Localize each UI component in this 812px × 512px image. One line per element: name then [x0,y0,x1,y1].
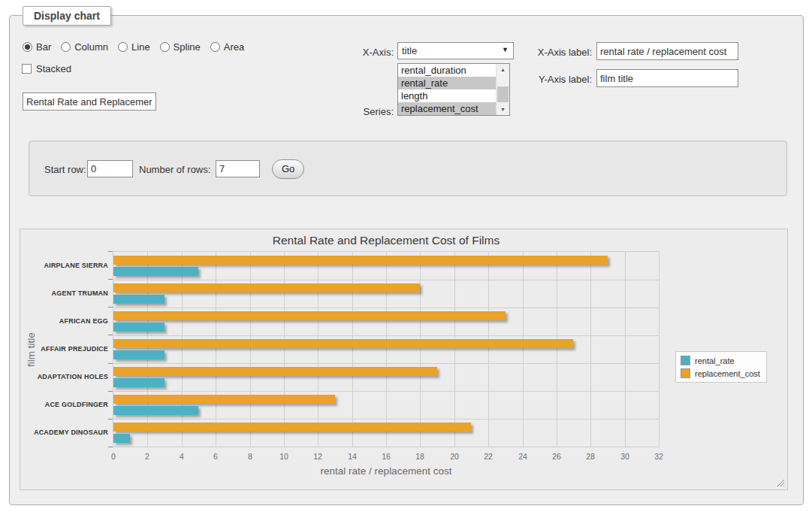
bar-replacement_cost [113,283,420,292]
chart-type-option[interactable]: Spline [160,41,201,53]
bar-rental_rate [113,378,165,387]
gridline [216,252,216,447]
gridline [625,252,626,447]
row-separator [113,308,659,308]
y-axis-tick [108,363,113,364]
y-axis-tick [108,419,113,420]
category-label: AFFAIR PREJUDICE [20,335,108,363]
x-axis-select[interactable]: title ▼ [397,42,514,59]
stacked-checkbox[interactable] [22,64,32,74]
bar-replacement_cost [113,311,506,320]
gridline [488,252,489,447]
bar-replacement_cost [113,256,608,265]
gridline [523,252,524,447]
x-tick-label: 24 [518,452,527,461]
start-row-label: Start row: [44,164,86,175]
bar-rental_rate [113,295,165,304]
scroll-down-icon[interactable]: ▼ [497,104,509,115]
chart-x-axis-title: rental rate / replacement cost [113,465,660,477]
x-tick-label: 6 [213,452,218,461]
legend-swatch [681,356,690,365]
display-chart-fieldset: Display chart BarColumnLineSplineArea St… [9,15,804,505]
series-option[interactable]: length [398,89,497,102]
bar-rental_rate [113,267,198,276]
series-field-label: Series: [310,106,394,117]
radio-icon[interactable] [23,42,32,52]
y-axis-tick [108,307,113,308]
category-label: ADAPTATION HOLES [20,363,108,391]
x-axis-field-label: X-Axis: [310,47,394,58]
chart-type-option[interactable]: Column [61,41,108,53]
rows-panel: Start row: Number of rows: Go [29,141,787,196]
y-axis-tick [108,447,113,447]
radio-icon[interactable] [160,42,170,52]
gridline [420,252,421,447]
radio-icon[interactable] [118,42,128,52]
chart-legend: rental_ratereplacement_cost [675,351,767,383]
chart-type-option[interactable]: Area [210,41,244,53]
x-tick-label: 18 [415,452,424,461]
series-option[interactable]: rental_rate [398,77,497,89]
gridline [590,252,591,447]
bar-replacement_cost [113,395,335,404]
bar-rental_rate [113,406,198,415]
legend-entry: rental_rate [681,356,760,365]
resize-handle-icon[interactable] [776,478,784,486]
legend-label: replacement_cost [695,369,760,378]
bar-rental_rate [113,434,130,443]
x-axis-label-field-label: X-Axis label: [507,47,592,58]
chart-title-input[interactable] [23,92,156,111]
gridline [250,252,251,447]
x-tick-label: 26 [552,452,561,461]
x-tick-label: 32 [654,452,663,461]
row-separator [113,391,659,392]
x-tick-label: 8 [248,452,252,461]
gridline [557,252,557,447]
number-of-rows-input[interactable] [216,160,260,177]
gridline [454,252,455,447]
chart-type-option-label: Line [131,41,150,53]
x-axis-select-value: title [402,45,417,56]
go-button[interactable]: Go [272,159,304,179]
bar-replacement_cost [113,367,437,376]
category-label: AGENT TRUMAN [20,280,108,308]
gridline [147,252,148,447]
series-option[interactable]: rental_duration [398,64,497,77]
series-listbox[interactable]: rental_durationrental_ratelengthreplacem… [397,63,510,116]
gridline [318,252,318,447]
chart-type-option[interactable]: Bar [23,41,51,53]
radio-icon[interactable] [210,42,220,52]
gridline [284,252,285,447]
y-axis-tick [108,391,113,392]
chart-type-option-label: Area [224,41,244,53]
bar-replacement_cost [113,423,471,432]
x-tick-label: 16 [382,452,391,461]
x-tick-label: 10 [279,452,288,461]
y-axis-tick [108,279,113,280]
number-of-rows-label: Number of rows: [139,164,210,175]
x-tick-label: 30 [620,452,629,461]
chart-type-option[interactable]: Line [118,41,150,53]
series-option[interactable]: replacement_cost [398,102,497,115]
bar-rental_rate [113,323,165,332]
start-row-input[interactable] [87,160,133,177]
legend-label: rental_rate [695,356,735,365]
scrollbar-thumb[interactable] [497,86,509,102]
category-label: AIRPLANE SIERRA [20,252,108,280]
row-separator [113,335,659,336]
chart-title: Rental Rate and Replacement Cost of Film… [113,234,660,247]
plot-area [113,251,660,447]
gridline [386,252,387,447]
listbox-scrollbar[interactable]: ▲ ▼ [496,64,509,115]
x-axis-label-input[interactable] [596,42,738,60]
stacked-checkbox-row: Stacked [22,63,71,74]
bar-rental_rate [113,350,165,359]
x-tick-label: 22 [484,452,493,461]
radio-icon[interactable] [61,42,71,52]
gridline [352,252,353,447]
y-axis-label-input[interactable] [596,69,738,87]
x-tick-label: 20 [450,452,459,461]
x-tick-label: 12 [313,452,322,461]
row-separator [113,419,659,420]
chart-type-option-label: Bar [36,41,51,53]
